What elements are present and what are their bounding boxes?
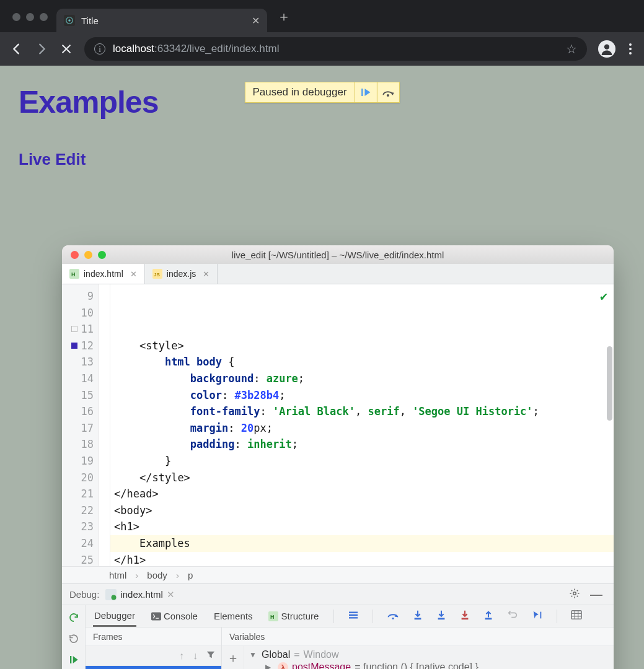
tab-close-icon[interactable]: ✕ [252, 15, 260, 27]
breadcrumb-item[interactable]: p [188, 570, 193, 580]
svg-rect-18 [438, 618, 445, 620]
svg-rect-21 [571, 611, 581, 619]
step-over-icon[interactable] [387, 610, 399, 622]
tab-console[interactable]: Console [150, 606, 199, 626]
ide-minimize-icon[interactable] [84, 251, 92, 259]
ide-zoom-icon[interactable] [98, 251, 106, 259]
svg-rect-16 [392, 618, 394, 619]
run-to-cursor-icon[interactable] [532, 610, 543, 623]
debug-config-close-icon[interactable]: ✕ [167, 589, 175, 600]
restart-icon[interactable] [68, 632, 80, 645]
bookmark-icon[interactable]: ☆ [566, 42, 577, 56]
svg-rect-12 [70, 656, 71, 663]
breadcrumb-item[interactable]: html [109, 570, 126, 580]
code-editor[interactable]: 910 11 1213141516171819202122232425 <sty… [62, 284, 614, 566]
svg-rect-20 [485, 618, 492, 620]
expand-icon[interactable]: ▶ [265, 663, 274, 669]
rerun-icon[interactable] [68, 611, 80, 624]
evaluate-icon[interactable] [571, 610, 582, 622]
variables-pane: Variables ＋ » ▼ Globa [222, 627, 614, 669]
variables-tree[interactable]: ▼ Global = Window ▶ λ postMessage = func… [244, 646, 614, 669]
minimize-dot-icon[interactable] [26, 13, 34, 21]
profile-avatar[interactable] [598, 40, 615, 58]
inspection-ok-icon[interactable]: ✔ [600, 288, 607, 305]
tab-close-icon[interactable]: ✕ [203, 269, 210, 279]
debug-settings-icon[interactable] [569, 588, 580, 601]
reload-button[interactable] [60, 42, 73, 56]
step-out-icon[interactable] [483, 610, 493, 623]
svg-point-2 [604, 45, 609, 50]
frames-toolbar: ↑ ↓ [86, 646, 221, 666]
threads-icon[interactable] [348, 611, 359, 621]
step-into-icon[interactable] [413, 610, 423, 623]
svg-point-4 [387, 94, 389, 97]
back-button[interactable] [10, 42, 24, 56]
forward-button[interactable] [35, 42, 48, 56]
browser-menu-icon[interactable] [627, 43, 634, 55]
frame-row[interactable]: live_edit/index.js:1 [86, 666, 221, 669]
site-info-icon[interactable]: i [94, 43, 105, 55]
drop-frame-icon[interactable] [507, 610, 518, 623]
debug-minimize-icon[interactable]: — [586, 587, 606, 601]
window-controls[interactable] [7, 13, 56, 32]
debug-sidebar [62, 605, 86, 669]
step-over-button[interactable] [377, 82, 399, 102]
favicon-icon [64, 15, 75, 26]
smart-step-into-icon[interactable] [460, 610, 470, 623]
breadcrumb-item[interactable]: body [147, 570, 167, 580]
svg-point-10 [112, 595, 117, 600]
resume-button[interactable] [355, 82, 377, 102]
url-port: :63342 [154, 43, 187, 55]
editor-tabs: H index.html ✕ JS index.js ✕ [62, 264, 614, 284]
tab-debugger[interactable]: Debugger [93, 606, 136, 627]
resume-icon[interactable] [68, 654, 80, 666]
html-file-icon: H [69, 269, 79, 279]
editor-breadcrumb[interactable]: html › body › p [62, 566, 614, 584]
svg-point-1 [68, 19, 71, 22]
var-name: Global [262, 649, 290, 660]
var-name: postMessage [292, 662, 351, 669]
ide-titlebar[interactable]: live_edit [~/WS/untitled] – ~/WS/live_ed… [62, 245, 614, 264]
svg-rect-17 [415, 618, 421, 620]
editor-tab-index-js[interactable]: JS index.js ✕ [145, 264, 218, 284]
tab-elements[interactable]: Elements [213, 606, 254, 626]
ide-close-icon[interactable] [71, 251, 79, 259]
svg-text:JS: JS [154, 272, 160, 278]
frames-list[interactable]: live_edit/index.js:1 » [86, 666, 221, 669]
paused-in-debugger-chip: Paused in debugger [244, 82, 399, 103]
add-watch-icon[interactable]: ＋ [227, 650, 239, 667]
line-gutter[interactable]: 910 11 1213141516171819202122232425 [62, 284, 99, 566]
svg-text:H: H [270, 614, 275, 620]
frame-down-icon[interactable]: ↓ [193, 650, 198, 662]
tab-close-icon[interactable]: ✕ [130, 269, 137, 279]
zoom-dot-icon[interactable] [40, 13, 48, 21]
address-bar[interactable]: i localhost:63342/live_edit/index.html ☆ [84, 37, 587, 61]
new-tab-button[interactable]: ＋ [267, 7, 301, 32]
ide-window-controls[interactable] [62, 251, 106, 259]
tab-title: Title [81, 15, 99, 26]
url-text: localhost:63342/live_edit/index.html [113, 43, 279, 55]
variables-toolbar: ＋ » [222, 646, 244, 669]
svg-text:H: H [71, 271, 76, 278]
fold-gutter[interactable] [99, 284, 110, 566]
browser-tab[interactable]: Title ✕ [56, 9, 267, 32]
tab-structure[interactable]: HStructure [267, 606, 320, 626]
pause-chip-label: Paused in debugger [245, 82, 354, 102]
code-area[interactable]: <style> html body { background: azure; c… [110, 284, 614, 566]
var-node-global[interactable]: ▼ Global = Window [249, 649, 609, 661]
page-viewport: Examples Live Edit Paused in debugger li… [0, 66, 644, 669]
debug-config[interactable]: index.html ✕ [105, 589, 174, 600]
force-step-into-icon[interactable] [436, 610, 446, 623]
var-value: = function () { [native code] } [355, 662, 479, 669]
svg-point-11 [573, 592, 576, 595]
expand-icon[interactable]: ▼ [249, 650, 258, 659]
frame-up-icon[interactable]: ↑ [179, 650, 184, 662]
debug-header: Debug: index.html ✕ — [62, 584, 614, 605]
browser-toolbar: i localhost:63342/live_edit/index.html ☆ [0, 32, 644, 66]
browser-window: Title ✕ ＋ i localhost:63342/live_edit/in… [0, 0, 644, 669]
close-dot-icon[interactable] [12, 13, 20, 21]
frame-filter-icon[interactable] [206, 650, 215, 662]
url-host: localhost [113, 43, 154, 55]
editor-tab-index-html[interactable]: H index.html ✕ [62, 264, 145, 284]
var-node[interactable]: ▶ λ postMessage = function () { [native … [249, 661, 609, 669]
